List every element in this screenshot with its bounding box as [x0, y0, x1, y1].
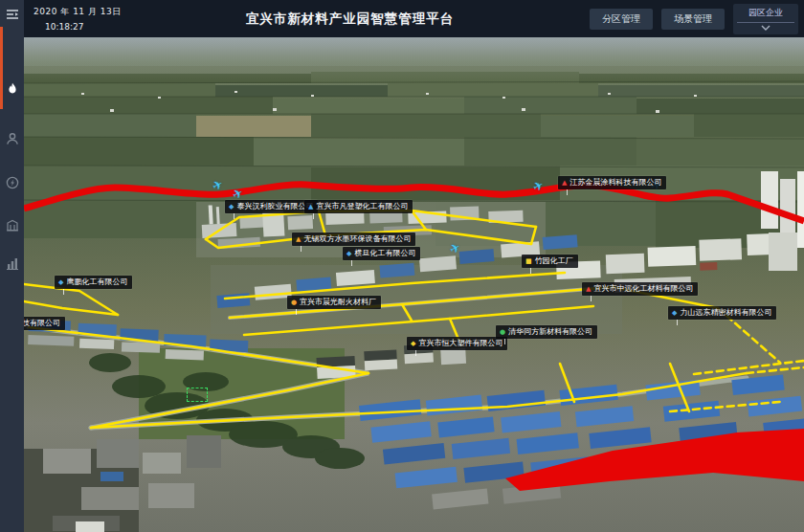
scene-management-button[interactable]: 场景管理	[661, 9, 725, 30]
company-name: 无锡双方水墨环保设备有限公司	[303, 235, 411, 243]
company-label[interactable]: ▲宜兴市凡登塑化工有限公司	[304, 200, 413, 213]
zone-management-button[interactable]: 分区管理	[590, 9, 653, 30]
company-marker-icon: ▲	[562, 180, 567, 187]
company-marker-icon: ◆	[346, 251, 351, 257]
person-icon[interactable]	[4, 130, 20, 146]
factory-building-icon[interactable]	[4, 216, 20, 233]
map-3d-view[interactable]: ◆泰兴汉利胶业有限公司▲宜兴市凡登塑化工有限公司▲无锡双方水墨环保设备有限公司◆…	[24, 37, 804, 532]
company-name: 江苏金晨涂料科技有限公司	[570, 179, 661, 187]
active-item-indicator	[0, 27, 3, 109]
company-name: 远东园环保科技有限公司	[24, 320, 60, 327]
smart-park-platform: 2020 年 11 月 13日 10:18:27 宜兴市新材料产业园智慧管理平台…	[0, 0, 804, 532]
company-name: 鹰鹏化工有限公司	[66, 278, 127, 286]
company-name: 横旦化工有限公司	[354, 250, 415, 257]
current-date: 2020 年 11 月 13日	[34, 6, 139, 18]
company-marker-icon: ▲	[586, 286, 591, 293]
company-label[interactable]: ◆鹰鹏化工有限公司	[55, 276, 132, 289]
company-name: 宜兴市晨光耐火材料厂	[300, 299, 376, 306]
park-enterprise-label: 园区企业	[748, 7, 783, 19]
power-icon[interactable]	[4, 174, 20, 190]
company-label[interactable]: ●远东园环保科技有限公司	[24, 317, 65, 330]
company-marker-icon: ●	[291, 299, 297, 306]
company-marker-icon: ■	[525, 258, 532, 265]
datetime-block: 2020 年 11 月 13日 10:18:27	[24, 6, 139, 32]
company-marker-icon: ●	[500, 329, 505, 336]
dropdown-divider	[737, 22, 794, 23]
company-marker-icon: ◆	[672, 310, 677, 317]
company-label[interactable]: ◆横旦化工有限公司	[343, 247, 420, 260]
company-label[interactable]: ▲无锡双方水墨环保设备有限公司	[292, 233, 415, 246]
company-label[interactable]: ◆宜兴市恒大塑件有限公司	[407, 337, 507, 350]
company-name: 清华同方新材料有限公司	[508, 328, 592, 336]
company-label[interactable]: ▲宜兴市中远化工材料有限公司	[582, 282, 698, 296]
company-label[interactable]: ◆力山远东精密材料有限公司	[668, 306, 776, 320]
company-label[interactable]: ●宜兴市晨光耐火材料厂	[287, 296, 381, 309]
company-marker-icon: ▲	[296, 236, 301, 243]
company-marker-icon: ◆	[58, 279, 63, 286]
company-name: 宜兴市凡登塑化工有限公司	[316, 203, 408, 211]
company-label[interactable]: ■竹园化工厂	[522, 255, 578, 268]
company-label[interactable]: ▲江苏金晨涂料科技有限公司	[558, 176, 666, 189]
flame-icon[interactable]	[4, 80, 20, 97]
aircraft-marker-icon[interactable]: ✈	[210, 176, 226, 193]
menu-collapse-icon[interactable]	[4, 6, 20, 22]
company-name: 力山远东精密材料有限公司	[680, 309, 771, 317]
chevron-down-icon	[761, 25, 770, 31]
left-toolbar	[0, 0, 24, 532]
company-marker-icon: ◆	[411, 341, 415, 347]
page-title: 宜兴市新材料产业园智慧管理平台	[139, 11, 590, 28]
company-name: 宜兴市恒大塑件有限公司	[418, 340, 502, 347]
company-name: 竹园化工厂	[535, 257, 573, 265]
current-time: 10:18:27	[34, 22, 139, 32]
selection-box	[187, 388, 208, 402]
bar-chart-icon[interactable]	[4, 255, 20, 271]
company-marker-icon: ◆	[229, 204, 234, 211]
company-name: 宜兴市中远化工材料有限公司	[593, 285, 693, 293]
top-header-bar: 2020 年 11 月 13日 10:18:27 宜兴市新材料产业园智慧管理平台…	[24, 0, 804, 37]
map-overlay-layer: ◆泰兴汉利胶业有限公司▲宜兴市凡登塑化工有限公司▲无锡双方水墨环保设备有限公司◆…	[24, 37, 804, 532]
company-marker-icon: ▲	[308, 204, 313, 211]
company-label[interactable]: ●清华同方新材料有限公司	[496, 325, 597, 339]
aircraft-marker-icon[interactable]: ✈	[530, 177, 547, 194]
park-enterprise-dropdown[interactable]: 园区企业	[733, 4, 798, 34]
company-name: 泰兴汉利胶业有限公司	[236, 203, 313, 211]
aircraft-marker-icon[interactable]: ✈	[447, 239, 463, 256]
